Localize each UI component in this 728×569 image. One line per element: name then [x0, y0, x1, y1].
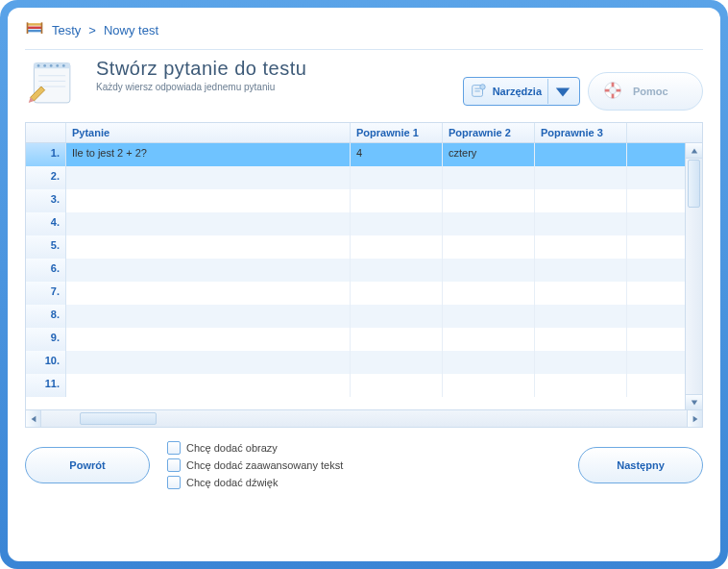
cell-correct3[interactable] [535, 235, 627, 259]
svg-rect-1 [28, 27, 42, 30]
cell-correct2[interactable] [443, 166, 535, 189]
row-number: 11. [26, 374, 66, 397]
cell-question[interactable] [66, 259, 351, 282]
row-number: 5. [26, 235, 66, 259]
row-number: 6. [26, 259, 66, 282]
cell-question[interactable] [66, 305, 351, 328]
checkbox-richtext[interactable] [167, 458, 181, 472]
divider [25, 49, 703, 50]
vertical-scrollbar[interactable] [685, 143, 702, 409]
cell-correct2[interactable]: cztery [443, 143, 535, 166]
cell-correct2[interactable] [443, 189, 535, 212]
col-correct1[interactable]: Poprawnie 1 [351, 123, 443, 142]
cell-correct3[interactable] [535, 212, 627, 235]
cell-correct3[interactable] [535, 282, 627, 305]
checkbox-images[interactable] [167, 441, 181, 455]
cell-correct2[interactable] [443, 212, 535, 235]
cell-correct1[interactable] [351, 328, 443, 351]
cell-question[interactable] [66, 374, 351, 397]
cell-correct1[interactable] [351, 351, 443, 374]
svg-point-10 [56, 64, 59, 67]
cell-question[interactable] [66, 351, 351, 374]
table-row[interactable]: 1.Ile to jest 2 + 2?4cztery [26, 143, 685, 166]
cell-correct3[interactable] [535, 351, 627, 374]
breadcrumb-root[interactable]: Testy [52, 23, 81, 37]
cell-correct3[interactable] [535, 305, 627, 328]
svg-point-11 [62, 64, 65, 67]
table-row[interactable]: 9. [26, 328, 685, 351]
table-row[interactable]: 6. [26, 259, 685, 282]
scroll-right-icon[interactable] [687, 410, 702, 427]
tools-button[interactable]: Narzędzia [463, 77, 580, 106]
cell-correct1[interactable] [351, 282, 443, 305]
cell-correct3[interactable] [535, 189, 627, 212]
check-add-sound: Chcę dodać dźwięk [167, 476, 343, 489]
svg-rect-3 [27, 22, 29, 34]
help-button[interactable]: Pomoc [588, 72, 703, 111]
cell-correct2[interactable] [443, 305, 535, 328]
breadcrumb: Testy > Nowy test [25, 19, 703, 41]
cell-correct3[interactable] [535, 374, 627, 397]
questions-grid: Pytanie Poprawnie 1 Poprawnie 2 Poprawni… [25, 122, 703, 410]
cell-question[interactable] [66, 328, 351, 351]
table-row[interactable]: 3. [26, 189, 685, 212]
svg-rect-0 [28, 23, 42, 26]
table-row[interactable]: 4. [26, 212, 685, 235]
row-number: 3. [26, 189, 66, 212]
cell-correct3[interactable] [535, 328, 627, 351]
cell-correct3[interactable] [535, 259, 627, 282]
cell-correct2[interactable] [443, 235, 535, 259]
cell-correct2[interactable] [443, 259, 535, 282]
svg-point-20 [479, 85, 484, 89]
back-button[interactable]: Powrót [25, 447, 150, 483]
table-row[interactable]: 11. [26, 374, 685, 397]
cell-correct1[interactable] [351, 189, 443, 212]
scroll-thumb[interactable] [688, 160, 700, 208]
cell-question[interactable] [66, 235, 351, 259]
cell-correct2[interactable] [443, 328, 535, 351]
cell-correct1[interactable] [351, 166, 443, 189]
checkbox-sound[interactable] [167, 476, 181, 489]
col-correct3[interactable]: Poprawnie 3 [535, 123, 627, 142]
cell-question[interactable] [66, 212, 351, 235]
col-scroll-spacer [627, 123, 644, 142]
hscroll-thumb[interactable] [80, 412, 157, 425]
cell-question[interactable] [66, 282, 351, 305]
table-row[interactable]: 8. [26, 305, 685, 328]
scroll-up-icon[interactable] [686, 143, 702, 159]
cell-correct2[interactable] [443, 374, 535, 397]
cell-correct1[interactable] [351, 374, 443, 397]
horizontal-scrollbar[interactable] [25, 410, 703, 428]
cell-question[interactable] [66, 189, 351, 212]
table-row[interactable]: 7. [26, 282, 685, 305]
row-number: 1. [26, 143, 66, 166]
cell-correct3[interactable] [535, 143, 627, 166]
scroll-down-icon[interactable] [686, 394, 702, 409]
cell-correct1[interactable] [351, 212, 443, 235]
cell-correct1[interactable]: 4 [351, 143, 443, 166]
svg-marker-24 [691, 148, 696, 153]
cell-correct2[interactable] [443, 351, 535, 374]
table-row[interactable]: 2. [26, 166, 685, 189]
row-number: 7. [26, 282, 66, 305]
tools-icon [470, 82, 487, 101]
svg-point-9 [50, 64, 53, 67]
next-button[interactable]: Następny [578, 447, 703, 483]
svg-marker-26 [31, 415, 36, 421]
cell-correct2[interactable] [443, 282, 535, 305]
col-question[interactable]: Pytanie [66, 123, 351, 142]
svg-point-8 [43, 64, 46, 67]
cell-correct1[interactable] [351, 305, 443, 328]
table-row[interactable]: 5. [26, 235, 685, 259]
row-number: 4. [26, 212, 66, 235]
scroll-left-icon[interactable] [26, 410, 41, 427]
cell-question[interactable] [66, 166, 351, 189]
col-correct2[interactable]: Poprawnie 2 [443, 123, 535, 142]
cell-question[interactable]: Ile to jest 2 + 2? [66, 143, 351, 166]
lifebuoy-icon [602, 80, 623, 103]
cell-correct1[interactable] [351, 259, 443, 282]
cell-correct3[interactable] [535, 166, 627, 189]
cell-correct1[interactable] [351, 235, 443, 259]
svg-rect-2 [28, 30, 42, 33]
table-row[interactable]: 10. [26, 351, 685, 374]
